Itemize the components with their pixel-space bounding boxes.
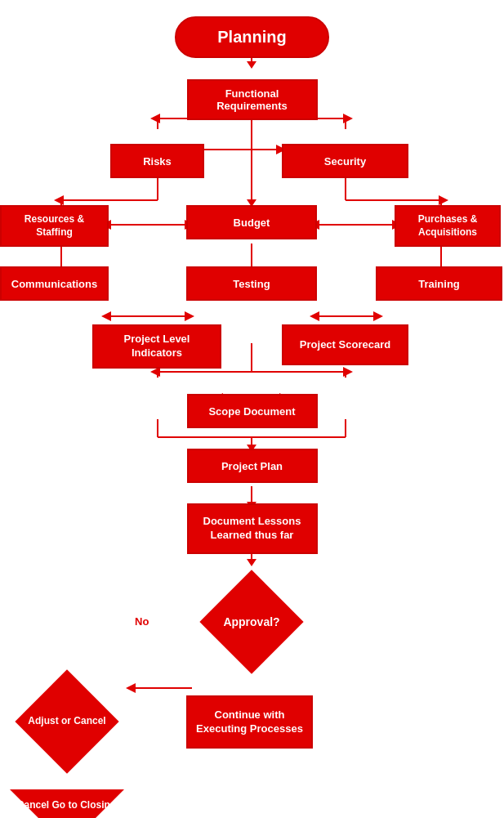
scope-document-label: Scope Document xyxy=(187,394,318,428)
project-indicators-scorecard-row: Project Level Indicators Project Scoreca… xyxy=(0,324,504,369)
risks-label: Risks xyxy=(110,144,204,178)
risks-security-row: Risks Security xyxy=(0,141,504,181)
resources-staffing-label: Resources & Staffing xyxy=(0,205,109,247)
svg-marker-1 xyxy=(247,61,256,69)
testing-label: Testing xyxy=(186,266,317,301)
project-plan-label: Project Plan xyxy=(187,449,318,483)
adjust-cancel-label: Adjust or Cancel xyxy=(21,715,111,728)
planning-node: Planning xyxy=(175,16,328,58)
project-level-indicators-label: Project Level Indicators xyxy=(92,324,221,369)
training-label: Training xyxy=(376,266,502,301)
flowchart: Planning Functional Requirements Risks S… xyxy=(0,0,504,818)
adjust-cancel-container: Adjust or Cancel xyxy=(0,689,133,754)
approval-diamond-container: Approval? xyxy=(186,591,317,652)
adjust-cancel-continue-row: Adjust or Cancel Continue with Executing… xyxy=(0,689,504,762)
svg-marker-35 xyxy=(185,311,194,321)
budget-label: Budget xyxy=(186,205,317,239)
cancel-closing-container: Cancel Go to Closing xyxy=(0,787,133,818)
functional-requirements-label: Functional Requirements xyxy=(187,79,318,120)
approval-row: Approval? No Yes xyxy=(0,591,504,656)
cancel-closing-row: Cancel Go to Closing xyxy=(0,787,504,818)
yes-label: Yes xyxy=(241,646,259,659)
document-lessons-label: Document Lessons Learned thus far xyxy=(187,503,318,554)
adjust-cancel-diamond: Adjust or Cancel xyxy=(15,669,118,773)
scope-document-node: Scope Document xyxy=(187,394,318,428)
planning-label: Planning xyxy=(175,16,328,58)
svg-marker-36 xyxy=(101,311,111,321)
project-plan-node: Project Plan xyxy=(187,449,318,483)
cancel-closing-shape: Cancel Go to Closing xyxy=(10,789,124,819)
purchases-acquisitions-label: Purchases & Acquisitions xyxy=(395,205,501,247)
svg-marker-59 xyxy=(247,559,256,566)
document-lessons-node: Document Lessons Learned thus far xyxy=(187,503,318,554)
no-label: No xyxy=(135,615,149,628)
functional-requirements-node: Functional Requirements xyxy=(187,79,318,120)
comm-testing-training-row: Communications Testing Training xyxy=(0,263,504,304)
security-label: Security xyxy=(282,144,408,178)
svg-marker-38 xyxy=(373,311,383,321)
svg-marker-39 xyxy=(310,311,319,321)
svg-marker-4 xyxy=(150,114,160,123)
cancel-closing-label: Cancel Go to Closing xyxy=(10,799,124,812)
communications-label: Communications xyxy=(0,266,109,301)
project-scorecard-label: Project Scorecard xyxy=(282,324,408,365)
resources-budget-purchases-row: Resources & Staffing Budget Purchases & … xyxy=(0,202,504,243)
svg-marker-6 xyxy=(343,114,353,123)
continue-executing-label: Continue with Executing Processes xyxy=(186,695,313,749)
approval-label: Approval? xyxy=(207,615,297,628)
